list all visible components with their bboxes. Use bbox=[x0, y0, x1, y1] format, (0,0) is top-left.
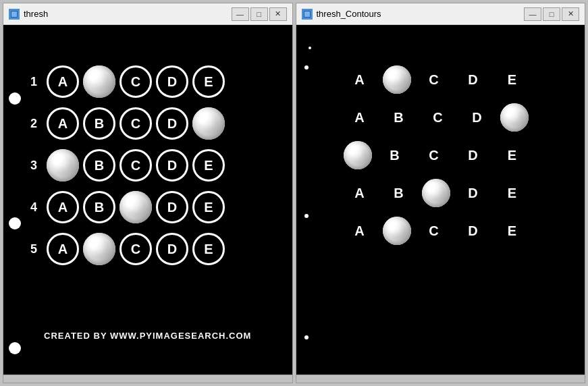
cr2-c: C bbox=[422, 110, 454, 126]
row-2-label: 2 bbox=[30, 117, 43, 131]
cr1-b-noisy bbox=[383, 65, 411, 94]
r3-e: E bbox=[192, 149, 225, 182]
r2-a: A bbox=[47, 107, 79, 140]
thresh-contours-maximize-button[interactable]: □ bbox=[543, 7, 560, 21]
cr5-a: A bbox=[344, 223, 376, 239]
r1-d: D bbox=[156, 65, 188, 98]
thresh-close-button[interactable]: ✕ bbox=[269, 7, 287, 21]
cr1-a: A bbox=[344, 72, 376, 88]
thresh-contours-sheet: A C D E A B C D B C bbox=[296, 25, 585, 375]
watermark-text: CREATED BY WWW.PYIMAGESEARCH.COM bbox=[3, 331, 292, 341]
thresh-title: thresh bbox=[24, 9, 232, 19]
thresh-contours-titlebar: thresh_Contours — □ ✕ bbox=[296, 3, 585, 25]
cr1-e: E bbox=[496, 72, 529, 88]
contours-sheet: A C D E A B C D B C bbox=[296, 25, 585, 375]
thresh-contours-window: thresh_Contours — □ ✕ A C D E bbox=[296, 3, 586, 383]
thresh-window-icon bbox=[9, 9, 20, 20]
cr5-b-noisy bbox=[383, 217, 411, 245]
svg-rect-2 bbox=[11, 11, 17, 17]
r5-e: E bbox=[192, 233, 225, 265]
answer-row-2: 2 A B C D bbox=[30, 107, 286, 140]
r5-d: D bbox=[156, 233, 188, 265]
answer-row-1: 1 A C D E bbox=[30, 65, 286, 98]
thresh-sheet: 1 A C D E 2 A B C D 3 bbox=[3, 25, 292, 375]
cr2-a: A bbox=[344, 110, 376, 126]
r4-d: D bbox=[156, 191, 188, 223]
thresh-window-controls: — □ ✕ bbox=[232, 7, 287, 21]
cr4-b: B bbox=[383, 186, 415, 201]
thresh-canvas: 1 A C D E 2 A B C D 3 bbox=[3, 25, 292, 375]
row-3-label: 3 bbox=[30, 159, 43, 173]
thresh-minimize-button[interactable]: — bbox=[232, 7, 249, 21]
r5-a: A bbox=[47, 233, 79, 265]
contour-row-5: A C D E bbox=[344, 217, 579, 245]
r2-e-noisy bbox=[192, 107, 225, 140]
cr1-d: D bbox=[457, 72, 489, 88]
thresh-contours-scrollbar[interactable] bbox=[296, 375, 585, 383]
thresh-contours-minimize-button[interactable]: — bbox=[524, 7, 541, 21]
r3-a-noisy bbox=[47, 149, 79, 182]
cr3-d: D bbox=[457, 148, 489, 163]
thresh-contours-canvas: A C D E A B C D B C bbox=[296, 25, 585, 375]
thresh-contours-window-controls: — □ ✕ bbox=[524, 7, 579, 21]
r1-e: E bbox=[192, 65, 225, 98]
r2-b: B bbox=[83, 107, 115, 140]
r2-d: D bbox=[156, 107, 188, 140]
cr4-a: A bbox=[344, 186, 376, 201]
r4-e: E bbox=[192, 191, 225, 223]
svg-rect-5 bbox=[304, 11, 310, 17]
cr2-b: B bbox=[383, 110, 415, 126]
thresh-titlebar: thresh — □ ✕ bbox=[3, 3, 292, 25]
thresh-maximize-button[interactable]: □ bbox=[250, 7, 268, 21]
thresh-scrollbar[interactable] bbox=[3, 375, 292, 383]
cr2-d: D bbox=[461, 110, 493, 126]
cr5-e: E bbox=[496, 223, 529, 239]
contour-row-3: B C D E bbox=[344, 141, 579, 169]
cr4-c-noisy bbox=[422, 179, 450, 207]
answer-row-4: 4 A B D E bbox=[30, 191, 286, 223]
thresh-contours-close-button[interactable]: ✕ bbox=[562, 7, 579, 21]
cr3-a-noisy bbox=[344, 141, 372, 169]
thresh-contours-window-icon bbox=[302, 9, 313, 20]
answer-row-3: 3 B C D E bbox=[30, 149, 286, 182]
r1-a: A bbox=[47, 65, 79, 98]
cr3-e: E bbox=[496, 148, 529, 163]
r1-c: C bbox=[119, 65, 152, 98]
cr5-c: C bbox=[418, 223, 450, 239]
thresh-contours-title: thresh_Contours bbox=[317, 9, 525, 19]
r4-c-noisy bbox=[119, 191, 152, 223]
contour-row-1: A C D E bbox=[344, 65, 579, 94]
r1-b-noisy bbox=[83, 65, 115, 98]
row-5-label: 5 bbox=[30, 242, 43, 256]
answer-row-5: 5 A C D E bbox=[30, 233, 286, 265]
r3-c: C bbox=[119, 149, 152, 182]
cr1-c: C bbox=[418, 72, 450, 88]
row-1-label: 1 bbox=[30, 75, 43, 89]
answer-sheet: 1 A C D E 2 A B C D 3 bbox=[3, 25, 292, 375]
r3-d: D bbox=[156, 149, 188, 182]
contour-row-2: A B C D bbox=[344, 103, 579, 132]
thresh-window: thresh — □ ✕ 1 A C D E bbox=[3, 3, 293, 383]
cr5-d: D bbox=[457, 223, 489, 239]
cr3-c: C bbox=[418, 148, 450, 163]
r4-b: B bbox=[83, 191, 115, 223]
contour-row-4: A B D E bbox=[344, 179, 579, 207]
cr2-e-noisy bbox=[500, 103, 529, 132]
r3-b: B bbox=[83, 149, 115, 182]
r5-c: C bbox=[119, 233, 152, 265]
row-4-label: 4 bbox=[30, 200, 43, 215]
cr4-e: E bbox=[496, 186, 529, 201]
r2-c: C bbox=[119, 107, 152, 140]
r4-a: A bbox=[47, 191, 79, 223]
cr4-d: D bbox=[457, 186, 489, 201]
r5-b-noisy bbox=[83, 233, 115, 265]
cr3-b: B bbox=[379, 148, 411, 163]
